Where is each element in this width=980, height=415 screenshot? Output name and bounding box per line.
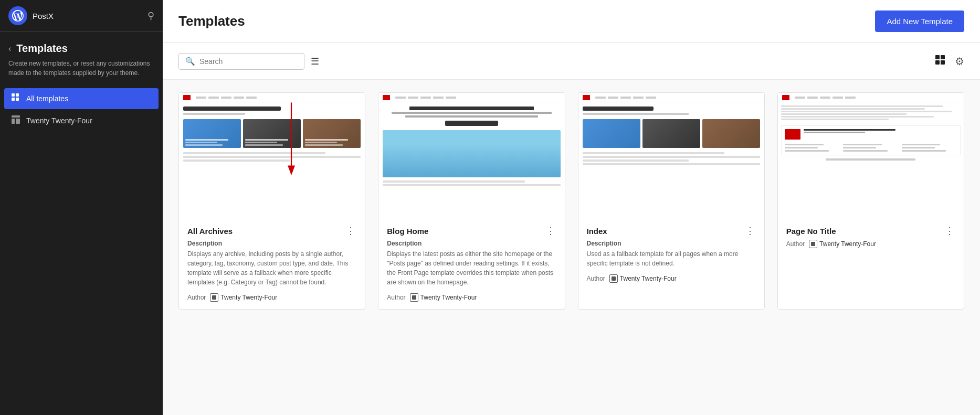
- preview-nav-item: [608, 97, 618, 99]
- sidebar-item-twenty-twenty-four-label: Twenty Twenty-Four: [26, 116, 92, 125]
- search-icon[interactable]: ⚲: [147, 10, 154, 22]
- preview-small-line: [781, 105, 943, 107]
- theme-icon: [809, 240, 817, 248]
- preview-logo: [782, 95, 789, 100]
- preview-nav-item: [795, 97, 805, 99]
- card-desc-label: Description: [387, 240, 556, 247]
- sidebar-menu: All templates Twenty Twenty-Four: [0, 88, 163, 131]
- main-content: Templates Add New Template 🔍 ☰ ⚙: [163, 0, 980, 415]
- preview-logo: [183, 95, 191, 100]
- svg-rect-5: [12, 119, 15, 124]
- nested-card-images: [785, 129, 957, 140]
- preview-text-lines: [383, 180, 560, 186]
- template-card-page-no-title[interactable]: Page No Title ⋮ Author Twenty Twenty-Fou…: [777, 92, 964, 310]
- preview-footer-line: [843, 147, 876, 148]
- templates-grid: All Archives ⋮ Description Displays any …: [178, 92, 964, 310]
- preview-img-brown: [303, 119, 361, 148]
- preview-browser: [578, 93, 764, 219]
- card-author-row: Author Twenty Twenty-Four: [187, 293, 356, 302]
- search-input[interactable]: [199, 57, 298, 66]
- author-theme-name: Twenty Twenty-Four: [220, 294, 277, 301]
- card-preview-all-archives: [179, 93, 365, 219]
- card-title-row: Blog Home ⋮: [387, 226, 556, 236]
- grid-view-button[interactable]: [932, 51, 949, 71]
- preview-nav-items: [395, 97, 456, 99]
- card-title: Page No Title: [786, 227, 836, 236]
- preview-small-lines: [781, 105, 961, 120]
- theme-icon-inner: [612, 276, 616, 281]
- card-author-label: Author: [387, 294, 405, 301]
- preview-img-blue: [583, 119, 640, 148]
- author-theme-name: Twenty Twenty-Four: [819, 240, 876, 248]
- template-card-index[interactable]: Index ⋮ Description Used as a fallback t…: [578, 92, 765, 310]
- card-preview-index: [578, 93, 764, 219]
- preview-archive-sub: [183, 113, 245, 115]
- preview-nav-item: [420, 97, 431, 99]
- preview-nav-item: [433, 97, 444, 99]
- card-menu-button[interactable]: ⋮: [345, 226, 356, 236]
- preview-small-line: [781, 108, 925, 110]
- card-title-row: Index ⋮: [587, 226, 756, 236]
- preview-text-lines: [183, 152, 361, 162]
- preview-line: [583, 152, 725, 154]
- preview-nav: [378, 93, 564, 102]
- page-title: Templates: [178, 13, 875, 29]
- preview-footer-col: [785, 144, 840, 152]
- preview-footer-col: [902, 144, 957, 152]
- preview-logo: [583, 95, 590, 100]
- card-author-theme: Twenty Twenty-Four: [609, 274, 677, 283]
- preview-hero: [383, 130, 560, 177]
- preview-line: [183, 152, 325, 154]
- preview-nav-item: [408, 97, 418, 99]
- card-title: All Archives: [187, 227, 233, 236]
- layout-icon: [10, 115, 21, 126]
- preview-nav: [179, 93, 365, 102]
- preview-nav-item: [833, 97, 843, 99]
- svg-rect-7: [935, 55, 940, 59]
- filter-icon[interactable]: ☰: [311, 56, 319, 67]
- card-desc-text: Used as a fallback template for all page…: [587, 249, 756, 268]
- card-author-label: Author: [587, 275, 605, 282]
- preview-img-dark: [243, 119, 301, 148]
- preview-body: [179, 102, 365, 219]
- preview-line: [383, 184, 560, 186]
- grid-icon: [10, 93, 21, 104]
- preview-footer-col: [843, 144, 898, 152]
- card-info-blog-home: Blog Home ⋮ Description Displays the lat…: [378, 219, 564, 309]
- card-menu-button[interactable]: ⋮: [744, 226, 756, 236]
- preview-text-lines: [583, 152, 760, 165]
- preview-nav-item: [620, 97, 631, 99]
- card-preview-page-no-title: [778, 93, 964, 219]
- svg-rect-3: [16, 98, 19, 101]
- preview-body: [578, 102, 764, 219]
- sidebar-header: PostX ⚲: [0, 0, 163, 32]
- sidebar-nav-header: ‹ Templates: [0, 32, 163, 59]
- add-new-template-button[interactable]: Add New Template: [875, 10, 964, 32]
- back-button[interactable]: ‹: [8, 44, 11, 54]
- card-menu-button[interactable]: ⋮: [944, 226, 955, 236]
- card-title-row: Page No Title ⋮: [786, 226, 955, 236]
- sidebar-item-all-templates[interactable]: All templates: [4, 88, 159, 109]
- toolbar-right: ⚙: [932, 51, 964, 71]
- template-card-all-archives[interactable]: All Archives ⋮ Description Displays any …: [178, 92, 365, 310]
- theme-icon: [410, 293, 418, 302]
- preview-footer-line: [843, 150, 887, 152]
- preview-line: [183, 156, 361, 158]
- search-box: 🔍: [178, 53, 304, 70]
- sidebar-title: Templates: [16, 42, 67, 55]
- settings-icon[interactable]: ⚙: [955, 55, 964, 68]
- card-preview-blog-home: [378, 93, 564, 219]
- nested-line: [804, 132, 865, 133]
- card-menu-button[interactable]: ⋮: [545, 226, 556, 236]
- preview-nav-item: [246, 97, 257, 99]
- sidebar-item-twenty-twenty-four[interactable]: Twenty Twenty-Four: [4, 110, 159, 131]
- sidebar: PostX ⚲ ‹ Templates Create new templates…: [0, 0, 163, 415]
- preview-nav-item: [595, 97, 606, 99]
- topbar: Templates Add New Template: [163, 0, 980, 43]
- preview-nav-item: [633, 97, 644, 99]
- card-author-label: Author: [786, 240, 805, 248]
- preview-footer-line: [785, 150, 829, 152]
- preview-footer-credit: [826, 158, 915, 161]
- card-title: Index: [587, 227, 607, 236]
- template-card-blog-home[interactable]: Blog Home ⋮ Description Displays the lat…: [378, 92, 565, 310]
